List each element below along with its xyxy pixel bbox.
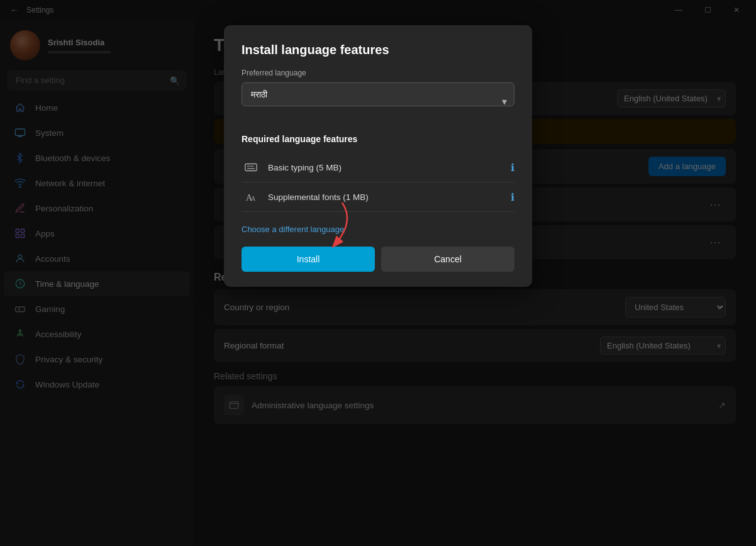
fonts-info-icon[interactable]: ℹ (511, 191, 514, 203)
modal-features-title: Required language features (242, 134, 514, 144)
feature-typing-row: Basic typing (5 MB) ℹ (242, 153, 514, 182)
modal-overlay: Install language features Preferred lang… (0, 0, 756, 546)
cancel-button[interactable]: Cancel (381, 247, 514, 272)
fonts-icon: A A (242, 187, 260, 206)
modal-title: Install language features (242, 43, 514, 57)
svg-text:A: A (251, 195, 256, 202)
typing-icon (242, 158, 260, 177)
modal-lang-dropdown-wrap: मराठी (242, 82, 514, 120)
choose-different-language-link[interactable]: Choose a different language (242, 225, 514, 234)
typing-label: Basic typing (5 MB) (268, 163, 342, 172)
install-language-modal: Install language features Preferred lang… (224, 25, 532, 287)
install-button[interactable]: Install (242, 247, 375, 272)
feature-fonts-left: A A Supplemental fonts (1 MB) (242, 187, 369, 206)
modal-lang-dropdown[interactable]: मराठी (242, 82, 514, 106)
modal-lang-label: Preferred language (242, 69, 514, 77)
fonts-label: Supplemental fonts (1 MB) (268, 192, 369, 202)
svg-rect-11 (245, 164, 257, 171)
typing-info-icon[interactable]: ℹ (511, 162, 514, 174)
feature-typing-left: Basic typing (5 MB) (242, 158, 342, 177)
feature-fonts-row: A A Supplemental fonts (1 MB) ℹ (242, 182, 514, 212)
modal-buttons: Install Cancel (242, 247, 514, 272)
